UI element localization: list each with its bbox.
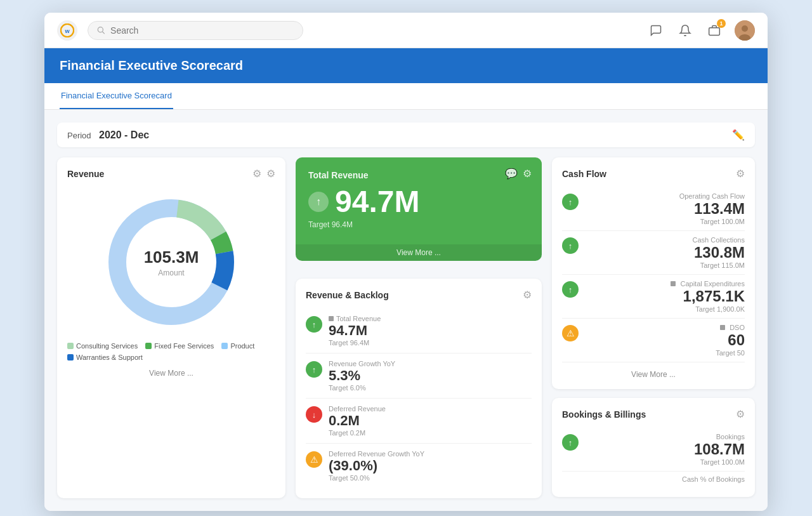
backlog-metric-deferred-growth: ⚠ Deferred Revenue Growth YoY (39.0%) Ta… [306, 444, 532, 488]
search-bar[interactable] [88, 21, 303, 40]
cf-value-2: 1,875.1K [585, 288, 745, 305]
revenue-backlog-title: Revenue & Backlog [306, 290, 389, 300]
cf-metric-dso: ⚠ DSO 60 Target 50 [562, 319, 745, 362]
total-revenue-view-more[interactable]: View More ... [296, 244, 542, 261]
svg-line-3 [103, 32, 105, 34]
total-revenue-title: Total Revenue [308, 170, 529, 180]
revenue-backlog-gear-icon[interactable]: ⚙ [523, 289, 532, 301]
metric-cat-dot-0 [329, 316, 334, 321]
cf-target-2: Target 1,900.0K [585, 305, 745, 313]
revenue-backlog-card: Revenue & Backlog ⚙ ↑ Total Revenue [296, 279, 542, 498]
revenue-card-title: Revenue [67, 169, 104, 179]
cf-info-1: Cash Collections 130.8M Target 115.0M [585, 236, 745, 269]
cf-indicator-up-0: ↑ [562, 194, 579, 210]
settings-icon[interactable]: ⚙ [266, 168, 275, 180]
tab-financial-scorecard[interactable]: Financial Executive Scorecard [60, 83, 173, 109]
cf-value-3: 60 [585, 331, 745, 349]
metric-indicator-down-2: ↓ [306, 406, 322, 423]
total-revenue-settings: 💬 ⚙ [505, 168, 532, 180]
cash-flow-title: Cash Flow [562, 169, 606, 179]
bk-category-0: Bookings [585, 433, 745, 440]
chat-icon[interactable] [647, 22, 665, 39]
cf-category-3: DSO [585, 324, 745, 331]
metric-indicator-up-1: ↑ [306, 361, 322, 378]
revenue-card-icons: ⚙ ⚙ [252, 168, 275, 180]
metric-target-1: Target 6.0% [329, 384, 532, 392]
metric-info-0: Total Revenue 94.7M Target 96.4M [329, 315, 532, 347]
legend-item-fixed: Fixed Fee Services [145, 342, 214, 350]
legend-dot-fixed [145, 343, 152, 349]
bk-value-0: 108.7M [585, 440, 745, 458]
metric-value-1: 5.3% [329, 367, 532, 384]
cf-target-1: Target 115.0M [585, 261, 745, 269]
cf-value-1: 130.8M [585, 244, 745, 261]
svg-rect-4 [709, 27, 720, 35]
cf-dot-2 [671, 281, 676, 286]
cf-category-1: Cash Collections [585, 236, 745, 244]
cf-indicator-warn-3: ⚠ [562, 325, 579, 341]
filter-icon[interactable]: ⚙ [252, 168, 261, 180]
cash-flow-header: Cash Flow ⚙ [562, 168, 745, 180]
dashboard-grid: Revenue ⚙ ⚙ [57, 157, 755, 498]
svg-text:w: w [64, 27, 70, 34]
total-revenue-gear-icon[interactable]: ⚙ [523, 168, 532, 180]
legend-dot-warranties [67, 354, 74, 361]
total-revenue-chat-icon[interactable]: 💬 [505, 168, 518, 180]
logo[interactable]: w [57, 20, 77, 41]
metric-info-3: Deferred Revenue Growth YoY (39.0%) Targ… [329, 450, 532, 482]
cf-indicator-up-1: ↑ [562, 237, 579, 254]
cf-info-0: Operating Cash Flow 113.4M Target 100.0M [585, 192, 745, 225]
cf-info-3: DSO 60 Target 50 [585, 324, 745, 357]
bookings-billings-card: Bookings & Billings ⚙ ↑ Bookings 108.7M … [552, 398, 755, 497]
avatar[interactable] [735, 20, 755, 41]
period-label: Period [67, 131, 91, 140]
metric-category-3: Deferred Revenue Growth YoY [329, 450, 532, 458]
metric-indicator-up-0: ↑ [306, 316, 322, 333]
bell-icon[interactable] [676, 22, 694, 39]
cf-target-0: Target 100.0M [585, 218, 745, 225]
metric-target-3: Target 50.0% [329, 474, 532, 482]
total-revenue-amount: 94.7M [335, 184, 419, 219]
legend-item-consulting: Consulting Services [67, 342, 138, 350]
revenue-card-header: Revenue ⚙ ⚙ [67, 168, 275, 180]
cf-indicator-up-2: ↑ [562, 281, 579, 298]
metric-target-2: Target 0.2M [329, 429, 532, 437]
revenue-view-more[interactable]: View More ... [67, 369, 275, 378]
legend-dot-product [221, 343, 228, 349]
revenue-legend: Consulting Services Fixed Fee Services P… [67, 342, 275, 361]
period-value: 2020 - Dec [99, 129, 149, 140]
bookings-metric-bookings: ↑ Bookings 108.7M Target 100.0M [562, 428, 745, 471]
metric-target-0: Target 96.4M [329, 339, 532, 347]
tabs-bar: Financial Executive Scorecard [44, 83, 768, 110]
briefcase-icon[interactable]: 1 [705, 22, 723, 39]
cf-category-2: Capital Expenditures [585, 280, 745, 288]
cf-metric-collections: ↑ Cash Collections 130.8M Target 115.0M [562, 231, 745, 275]
search-input[interactable] [110, 25, 294, 36]
donut-sublabel: Amount [144, 268, 199, 277]
bookings-gear-icon[interactable]: ⚙ [736, 408, 745, 420]
svg-point-6 [742, 25, 748, 32]
backlog-metric-total-revenue: ↑ Total Revenue 94.7M Target 96.4M [306, 308, 532, 354]
revenue-card: Revenue ⚙ ⚙ [57, 157, 285, 498]
revenue-backlog-header: Revenue & Backlog ⚙ [306, 289, 532, 301]
total-revenue-card: Total Revenue 💬 ⚙ ↑ 94.7M Target 96.4M V… [296, 157, 542, 261]
page-header: Financial Executive Scorecard [44, 48, 768, 83]
metric-category-0: Total Revenue [329, 315, 532, 322]
legend-dot-consulting [67, 343, 74, 349]
donut-value: 105.3M [144, 248, 199, 267]
cf-view-more[interactable]: View More ... [562, 370, 745, 379]
donut-label: 105.3M Amount [144, 248, 199, 277]
edit-icon[interactable]: ✏️ [732, 129, 745, 141]
right-column: Cash Flow ⚙ ↑ Operating Cash Flow 113.4M… [552, 157, 755, 498]
page-title: Financial Executive Scorecard [60, 58, 752, 73]
total-revenue-up-icon: ↑ [308, 192, 329, 212]
bookings-title: Bookings & Billings [562, 409, 646, 420]
metric-indicator-warn-3: ⚠ [306, 451, 322, 468]
total-revenue-target: Target 96.4M [308, 220, 529, 229]
bookings-indicator-up: ↑ [562, 434, 579, 451]
cf-value-0: 113.4M [585, 200, 745, 218]
nav-actions: 1 [647, 20, 755, 41]
metric-value-3: (39.0%) [329, 458, 532, 474]
cash-flow-gear-icon[interactable]: ⚙ [736, 168, 745, 180]
cf-category-0: Operating Cash Flow [585, 192, 745, 200]
